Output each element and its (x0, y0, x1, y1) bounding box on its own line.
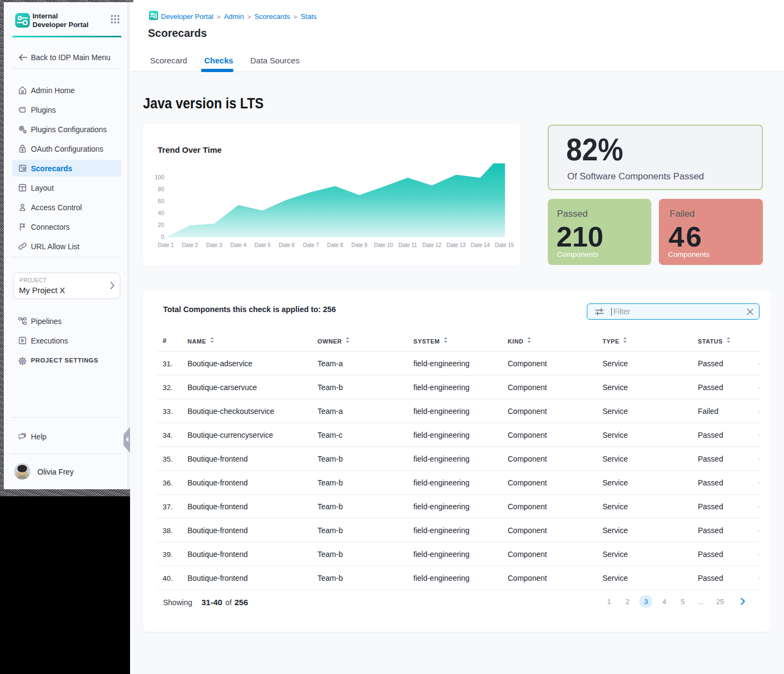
svg-text:100: 100 (154, 174, 164, 180)
svg-text:Date 10: Date 10 (374, 242, 393, 248)
svg-text:40: 40 (158, 210, 164, 216)
svg-text:Date 3: Date 3 (206, 242, 223, 248)
svg-text:Date 5: Date 5 (255, 242, 271, 248)
svg-text:80: 80 (158, 186, 164, 192)
svg-text:Date 2: Date 2 (182, 242, 198, 248)
svg-text:Date 9: Date 9 (351, 242, 367, 248)
svg-text:Date 15: Date 15 (495, 242, 514, 248)
svg-text:0: 0 (161, 234, 164, 240)
svg-text:Date 1: Date 1 (158, 242, 174, 248)
svg-text:60: 60 (158, 198, 164, 204)
svg-text:Date 7: Date 7 (303, 242, 319, 248)
svg-text:Date 8: Date 8 (327, 242, 344, 248)
svg-text:20: 20 (158, 222, 164, 228)
svg-text:Date 12: Date 12 (423, 242, 442, 248)
svg-text:Date 13: Date 13 (446, 242, 465, 248)
svg-text:Date 6: Date 6 (278, 242, 295, 248)
svg-text:Date 4: Date 4 (230, 242, 247, 248)
svg-text:Date 14: Date 14 (471, 242, 490, 248)
svg-text:Date 11: Date 11 (398, 242, 417, 248)
